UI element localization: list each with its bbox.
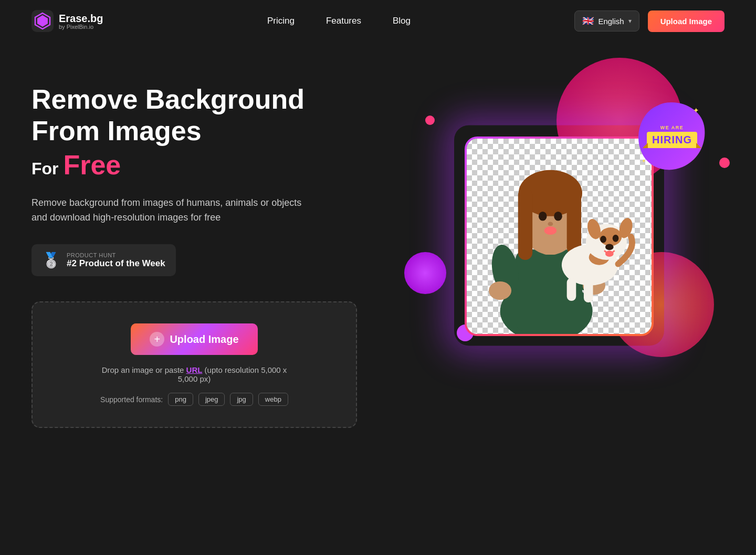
blob-purple-mid bbox=[404, 252, 446, 294]
svg-rect-11 bbox=[567, 188, 581, 255]
hero-title-line1: Remove Background From Images bbox=[32, 84, 362, 147]
blob-dot-right bbox=[719, 158, 730, 168]
navbar: Erase.bg by PixelBin.io Pricing Features… bbox=[0, 0, 756, 42]
logo-text: Erase.bg by PixelBin.io bbox=[59, 13, 103, 30]
star-icon-2: ✦ bbox=[642, 158, 646, 164]
nav-links: Pricing Features Blog bbox=[267, 16, 411, 26]
svg-rect-10 bbox=[518, 188, 532, 260]
hero-image-card bbox=[465, 137, 654, 336]
url-link[interactable]: URL bbox=[186, 365, 203, 374]
upload-image-main-button[interactable]: + Upload Image bbox=[131, 323, 257, 355]
we-are-text: WE ARE bbox=[647, 125, 697, 130]
drop-text-before: Drop an image or paste bbox=[102, 365, 186, 374]
svg-point-25 bbox=[605, 250, 614, 257]
flag-icon: 🇬🇧 bbox=[582, 15, 594, 27]
format-webp: webp bbox=[258, 393, 288, 406]
hero-title-for: For bbox=[32, 159, 63, 178]
chevron-down-icon: ▾ bbox=[628, 17, 632, 25]
product-hunt-label: PRODUCT HUNT bbox=[67, 252, 165, 258]
blob-dot-top bbox=[425, 116, 435, 125]
product-hunt-rank: #2 Product of the Week bbox=[67, 258, 165, 269]
left-section: Remove Background From Images For Free R… bbox=[32, 74, 362, 428]
svg-rect-26 bbox=[567, 278, 576, 301]
upload-btn-label: Upload Image bbox=[170, 333, 238, 345]
hiring-text: HIRING bbox=[652, 134, 692, 146]
svg-point-24 bbox=[605, 244, 614, 250]
product-hunt-badge: 🥈 PRODUCT HUNT #2 Product of the Week bbox=[32, 244, 176, 276]
logo-subtitle: by PixelBin.io bbox=[59, 24, 103, 30]
medal-icon: 🥈 bbox=[42, 252, 60, 269]
hiring-text-overlay: WE ARE HIRING bbox=[647, 125, 697, 148]
logo-icon bbox=[32, 10, 54, 32]
upload-drop-zone[interactable]: + Upload Image Drop an image or paste UR… bbox=[32, 301, 357, 428]
product-hunt-text: PRODUCT HUNT #2 Product of the Week bbox=[67, 252, 165, 269]
svg-point-12 bbox=[539, 212, 547, 221]
formats-row: Supported formats: png jpeg jpg webp bbox=[48, 393, 340, 406]
plus-circle-icon: + bbox=[150, 332, 164, 347]
language-selector[interactable]: 🇬🇧 English ▾ bbox=[574, 11, 639, 32]
nav-pricing[interactable]: Pricing bbox=[267, 16, 295, 26]
hero-title-free: Free bbox=[63, 150, 121, 180]
svg-point-15 bbox=[544, 226, 556, 235]
svg-point-5 bbox=[489, 281, 511, 300]
hiring-banner: HIRING bbox=[647, 132, 697, 148]
svg-point-13 bbox=[554, 212, 562, 221]
format-jpeg: jpeg bbox=[198, 393, 225, 406]
formats-label: Supported formats: bbox=[100, 395, 163, 404]
hero-title-line2: For Free bbox=[32, 149, 362, 181]
svg-rect-27 bbox=[584, 279, 593, 302]
plus-icon: + bbox=[154, 333, 161, 345]
svg-point-14 bbox=[548, 222, 553, 226]
right-section: ✦ ✦ WE ARE HIRING bbox=[394, 74, 724, 389]
drop-text: Drop an image or paste URL (upto resolut… bbox=[48, 365, 340, 383]
nav-blog[interactable]: Blog bbox=[393, 16, 411, 26]
language-label: English bbox=[598, 17, 624, 26]
svg-point-22 bbox=[600, 236, 606, 243]
svg-point-23 bbox=[613, 235, 619, 242]
hiring-badge: ✦ ✦ WE ARE HIRING bbox=[635, 100, 709, 173]
hero-description: Remove background from images of humans,… bbox=[32, 195, 336, 226]
upload-image-nav-button[interactable]: Upload Image bbox=[648, 11, 724, 32]
hiring-badge-container: ✦ ✦ WE ARE HIRING bbox=[635, 100, 709, 173]
nav-features[interactable]: Features bbox=[326, 16, 361, 26]
nav-right: 🇬🇧 English ▾ Upload Image bbox=[574, 11, 724, 32]
logo-title: Erase.bg bbox=[59, 13, 103, 24]
logo[interactable]: Erase.bg by PixelBin.io bbox=[32, 10, 103, 32]
hero-image-svg bbox=[467, 139, 652, 334]
main-content: Remove Background From Images For Free R… bbox=[0, 42, 756, 428]
star-icon-1: ✦ bbox=[693, 106, 699, 114]
format-jpg: jpg bbox=[230, 393, 253, 406]
format-png: png bbox=[168, 393, 193, 406]
